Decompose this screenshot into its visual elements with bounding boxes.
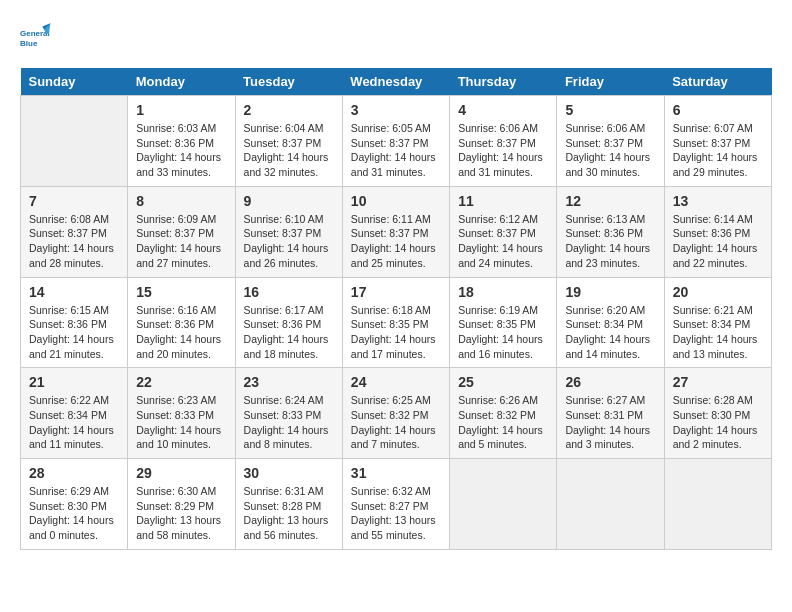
logo-icon: General Blue bbox=[20, 20, 52, 52]
calendar-cell: 17Sunrise: 6:18 AM Sunset: 8:35 PM Dayli… bbox=[342, 277, 449, 368]
day-number: 5 bbox=[565, 102, 655, 118]
day-info: Sunrise: 6:22 AM Sunset: 8:34 PM Dayligh… bbox=[29, 393, 119, 452]
calendar-cell: 18Sunrise: 6:19 AM Sunset: 8:35 PM Dayli… bbox=[450, 277, 557, 368]
day-info: Sunrise: 6:26 AM Sunset: 8:32 PM Dayligh… bbox=[458, 393, 548, 452]
calendar-cell: 13Sunrise: 6:14 AM Sunset: 8:36 PM Dayli… bbox=[664, 186, 771, 277]
day-number: 23 bbox=[244, 374, 334, 390]
day-number: 13 bbox=[673, 193, 763, 209]
day-number: 3 bbox=[351, 102, 441, 118]
calendar-cell: 27Sunrise: 6:28 AM Sunset: 8:30 PM Dayli… bbox=[664, 368, 771, 459]
day-info: Sunrise: 6:29 AM Sunset: 8:30 PM Dayligh… bbox=[29, 484, 119, 543]
weekday-header-wednesday: Wednesday bbox=[342, 68, 449, 96]
calendar-cell: 15Sunrise: 6:16 AM Sunset: 8:36 PM Dayli… bbox=[128, 277, 235, 368]
calendar-cell: 30Sunrise: 6:31 AM Sunset: 8:28 PM Dayli… bbox=[235, 459, 342, 550]
day-number: 10 bbox=[351, 193, 441, 209]
weekday-header-thursday: Thursday bbox=[450, 68, 557, 96]
day-info: Sunrise: 6:17 AM Sunset: 8:36 PM Dayligh… bbox=[244, 303, 334, 362]
day-info: Sunrise: 6:05 AM Sunset: 8:37 PM Dayligh… bbox=[351, 121, 441, 180]
calendar-cell: 25Sunrise: 6:26 AM Sunset: 8:32 PM Dayli… bbox=[450, 368, 557, 459]
day-number: 18 bbox=[458, 284, 548, 300]
calendar-cell: 7Sunrise: 6:08 AM Sunset: 8:37 PM Daylig… bbox=[21, 186, 128, 277]
calendar-cell bbox=[557, 459, 664, 550]
day-info: Sunrise: 6:21 AM Sunset: 8:34 PM Dayligh… bbox=[673, 303, 763, 362]
day-number: 7 bbox=[29, 193, 119, 209]
day-info: Sunrise: 6:08 AM Sunset: 8:37 PM Dayligh… bbox=[29, 212, 119, 271]
day-number: 22 bbox=[136, 374, 226, 390]
weekday-header-monday: Monday bbox=[128, 68, 235, 96]
day-number: 17 bbox=[351, 284, 441, 300]
day-info: Sunrise: 6:25 AM Sunset: 8:32 PM Dayligh… bbox=[351, 393, 441, 452]
day-info: Sunrise: 6:10 AM Sunset: 8:37 PM Dayligh… bbox=[244, 212, 334, 271]
calendar-week-row: 1Sunrise: 6:03 AM Sunset: 8:36 PM Daylig… bbox=[21, 96, 772, 187]
day-info: Sunrise: 6:07 AM Sunset: 8:37 PM Dayligh… bbox=[673, 121, 763, 180]
calendar-cell: 26Sunrise: 6:27 AM Sunset: 8:31 PM Dayli… bbox=[557, 368, 664, 459]
calendar-cell: 4Sunrise: 6:06 AM Sunset: 8:37 PM Daylig… bbox=[450, 96, 557, 187]
calendar-cell: 23Sunrise: 6:24 AM Sunset: 8:33 PM Dayli… bbox=[235, 368, 342, 459]
day-number: 29 bbox=[136, 465, 226, 481]
weekday-header-friday: Friday bbox=[557, 68, 664, 96]
calendar-cell: 8Sunrise: 6:09 AM Sunset: 8:37 PM Daylig… bbox=[128, 186, 235, 277]
page-header: General Blue bbox=[20, 20, 772, 52]
calendar-cell bbox=[450, 459, 557, 550]
svg-text:Blue: Blue bbox=[20, 39, 38, 48]
calendar-body: 1Sunrise: 6:03 AM Sunset: 8:36 PM Daylig… bbox=[21, 96, 772, 550]
calendar-table: SundayMondayTuesdayWednesdayThursdayFrid… bbox=[20, 68, 772, 550]
day-info: Sunrise: 6:18 AM Sunset: 8:35 PM Dayligh… bbox=[351, 303, 441, 362]
calendar-week-row: 14Sunrise: 6:15 AM Sunset: 8:36 PM Dayli… bbox=[21, 277, 772, 368]
day-number: 31 bbox=[351, 465, 441, 481]
day-number: 19 bbox=[565, 284, 655, 300]
calendar-cell: 14Sunrise: 6:15 AM Sunset: 8:36 PM Dayli… bbox=[21, 277, 128, 368]
day-number: 14 bbox=[29, 284, 119, 300]
day-number: 1 bbox=[136, 102, 226, 118]
day-number: 28 bbox=[29, 465, 119, 481]
day-info: Sunrise: 6:13 AM Sunset: 8:36 PM Dayligh… bbox=[565, 212, 655, 271]
calendar-cell: 19Sunrise: 6:20 AM Sunset: 8:34 PM Dayli… bbox=[557, 277, 664, 368]
day-info: Sunrise: 6:12 AM Sunset: 8:37 PM Dayligh… bbox=[458, 212, 548, 271]
calendar-cell: 9Sunrise: 6:10 AM Sunset: 8:37 PM Daylig… bbox=[235, 186, 342, 277]
calendar-week-row: 21Sunrise: 6:22 AM Sunset: 8:34 PM Dayli… bbox=[21, 368, 772, 459]
calendar-cell: 10Sunrise: 6:11 AM Sunset: 8:37 PM Dayli… bbox=[342, 186, 449, 277]
day-number: 30 bbox=[244, 465, 334, 481]
calendar-cell: 1Sunrise: 6:03 AM Sunset: 8:36 PM Daylig… bbox=[128, 96, 235, 187]
day-info: Sunrise: 6:06 AM Sunset: 8:37 PM Dayligh… bbox=[458, 121, 548, 180]
day-number: 16 bbox=[244, 284, 334, 300]
calendar-header-row: SundayMondayTuesdayWednesdayThursdayFrid… bbox=[21, 68, 772, 96]
calendar-cell: 29Sunrise: 6:30 AM Sunset: 8:29 PM Dayli… bbox=[128, 459, 235, 550]
day-number: 9 bbox=[244, 193, 334, 209]
calendar-cell: 11Sunrise: 6:12 AM Sunset: 8:37 PM Dayli… bbox=[450, 186, 557, 277]
calendar-cell: 5Sunrise: 6:06 AM Sunset: 8:37 PM Daylig… bbox=[557, 96, 664, 187]
calendar-cell bbox=[664, 459, 771, 550]
weekday-header-sunday: Sunday bbox=[21, 68, 128, 96]
calendar-cell: 16Sunrise: 6:17 AM Sunset: 8:36 PM Dayli… bbox=[235, 277, 342, 368]
day-info: Sunrise: 6:27 AM Sunset: 8:31 PM Dayligh… bbox=[565, 393, 655, 452]
calendar-cell: 2Sunrise: 6:04 AM Sunset: 8:37 PM Daylig… bbox=[235, 96, 342, 187]
weekday-header-saturday: Saturday bbox=[664, 68, 771, 96]
calendar-cell: 21Sunrise: 6:22 AM Sunset: 8:34 PM Dayli… bbox=[21, 368, 128, 459]
logo: General Blue bbox=[20, 20, 56, 52]
day-info: Sunrise: 6:14 AM Sunset: 8:36 PM Dayligh… bbox=[673, 212, 763, 271]
day-info: Sunrise: 6:31 AM Sunset: 8:28 PM Dayligh… bbox=[244, 484, 334, 543]
day-info: Sunrise: 6:19 AM Sunset: 8:35 PM Dayligh… bbox=[458, 303, 548, 362]
calendar-cell bbox=[21, 96, 128, 187]
day-info: Sunrise: 6:32 AM Sunset: 8:27 PM Dayligh… bbox=[351, 484, 441, 543]
day-number: 2 bbox=[244, 102, 334, 118]
calendar-cell: 20Sunrise: 6:21 AM Sunset: 8:34 PM Dayli… bbox=[664, 277, 771, 368]
calendar-cell: 12Sunrise: 6:13 AM Sunset: 8:36 PM Dayli… bbox=[557, 186, 664, 277]
calendar-cell: 6Sunrise: 6:07 AM Sunset: 8:37 PM Daylig… bbox=[664, 96, 771, 187]
day-number: 24 bbox=[351, 374, 441, 390]
day-info: Sunrise: 6:28 AM Sunset: 8:30 PM Dayligh… bbox=[673, 393, 763, 452]
day-number: 8 bbox=[136, 193, 226, 209]
calendar-cell: 28Sunrise: 6:29 AM Sunset: 8:30 PM Dayli… bbox=[21, 459, 128, 550]
day-number: 26 bbox=[565, 374, 655, 390]
calendar-cell: 24Sunrise: 6:25 AM Sunset: 8:32 PM Dayli… bbox=[342, 368, 449, 459]
day-info: Sunrise: 6:20 AM Sunset: 8:34 PM Dayligh… bbox=[565, 303, 655, 362]
day-info: Sunrise: 6:24 AM Sunset: 8:33 PM Dayligh… bbox=[244, 393, 334, 452]
calendar-cell: 22Sunrise: 6:23 AM Sunset: 8:33 PM Dayli… bbox=[128, 368, 235, 459]
day-info: Sunrise: 6:15 AM Sunset: 8:36 PM Dayligh… bbox=[29, 303, 119, 362]
day-number: 25 bbox=[458, 374, 548, 390]
day-number: 15 bbox=[136, 284, 226, 300]
day-number: 12 bbox=[565, 193, 655, 209]
day-info: Sunrise: 6:16 AM Sunset: 8:36 PM Dayligh… bbox=[136, 303, 226, 362]
day-info: Sunrise: 6:06 AM Sunset: 8:37 PM Dayligh… bbox=[565, 121, 655, 180]
day-number: 6 bbox=[673, 102, 763, 118]
